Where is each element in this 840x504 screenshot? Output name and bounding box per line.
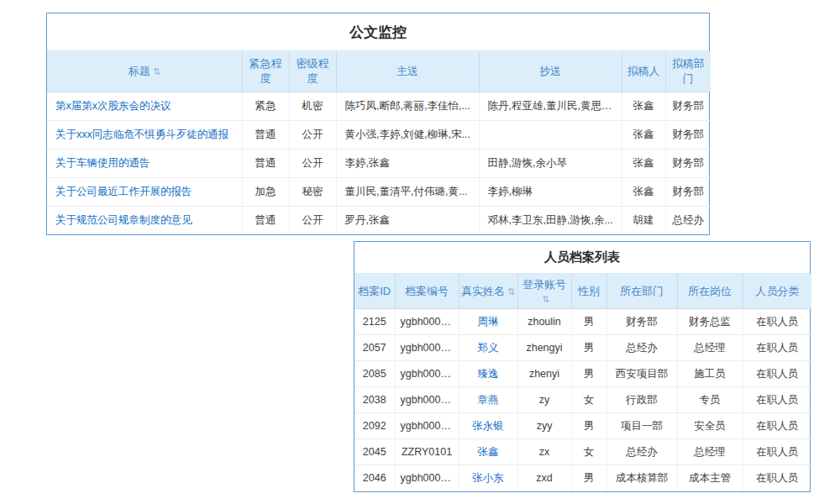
table-cell: 2046 (354, 465, 395, 491)
column-header-label: 登录账号 (522, 278, 566, 291)
table-cell: zyy (517, 413, 571, 439)
table-cell: 公开 (289, 149, 336, 177)
column-header-label: 性别 (578, 285, 600, 297)
table-cell: 专员 (677, 387, 743, 413)
table-cell: 胡建 (622, 206, 665, 234)
table-cell: 紧急 (242, 92, 289, 120)
table-cell: 男 (571, 309, 606, 335)
column-header-2: 密级程度 (289, 51, 336, 92)
table-cell: 在职人员 (743, 387, 811, 413)
table-cell[interactable]: 张永银 (459, 413, 517, 439)
table-row: 2057ygbh000068郑义zhengyi男总经办总经理在职人员 (354, 335, 811, 361)
table-cell[interactable]: 关于公司最近工作开展的报告 (47, 177, 242, 206)
table-cell[interactable]: 关于车辆使用的通告 (47, 149, 242, 177)
table-cell: 加急 (242, 177, 289, 206)
table-cell: 田静,游恢,余小琴 (479, 149, 622, 177)
table-row: 关于公司最近工作开展的报告加急秘密董川民,董清平,付伟璐,黄...李婷,柳琳张鑫… (47, 177, 711, 206)
column-header-0: 档案ID (354, 274, 395, 309)
table-cell: 财务部 (665, 177, 711, 206)
table-cell: 机密 (289, 92, 336, 120)
table-cell: 秘密 (289, 177, 336, 206)
table-cell: 财务部 (665, 92, 711, 120)
table-cell: 2057 (354, 335, 395, 361)
table-row: 2092ygbh000104张永银zyy男项目一部安全员在职人员 (354, 413, 811, 439)
column-header-label: 密级程度 (297, 57, 329, 85)
table-row: 关于xxx同志临危不惧勇斗歹徒的通报普通公开黄小强,李婷,刘健,柳琳,宋...张… (47, 120, 711, 149)
page: 公文监控 标题⇅紧急程度密级程度主送抄送拟稿人拟稿部门 第x届第x次股东会的决议… (0, 0, 840, 504)
table-cell: 2125 (354, 309, 395, 335)
table-cell[interactable]: 关于xxx同志临危不惧勇斗歹徒的通报 (47, 120, 242, 149)
column-header-2[interactable]: 真实姓名⇅ (459, 274, 517, 309)
table-cell: zxd (517, 465, 571, 491)
table-cell: 财务部 (665, 120, 711, 149)
table-cell: 总经理 (677, 439, 743, 465)
table-cell: 女 (571, 439, 606, 465)
table-cell[interactable]: 臻逸 (459, 361, 517, 387)
table-row: 第x届第x次股东会的决议紧急机密陈巧凤,断郎,蒋丽,李佳怡,...陈丹,程亚雄,… (47, 92, 711, 120)
sort-icon[interactable]: ⇅ (507, 286, 515, 297)
table-row: 2038ygbh000038章燕zy女行政部专员在职人员 (354, 387, 811, 413)
table-cell: ygbh000070 (395, 309, 459, 335)
table-cell: 邓林,李卫东,田静,游恢,余... (479, 206, 622, 234)
table-cell: 在职人员 (743, 335, 811, 361)
doc-header-row: 标题⇅紧急程度密级程度主送抄送拟稿人拟稿部门 (47, 51, 711, 92)
column-header-1: 紧急程度 (242, 51, 289, 92)
table-cell: 公开 (289, 206, 336, 234)
column-header-4: 性别 (571, 274, 606, 309)
column-header-4: 抄送 (479, 51, 622, 92)
table-cell[interactable]: 郑义 (459, 335, 517, 361)
table-cell: 普通 (242, 206, 289, 234)
column-header-1: 档案编号 (395, 274, 459, 309)
table-cell: 2085 (354, 361, 395, 387)
personnel-list-table: 档案ID档案编号真实姓名⇅登录账号⇅性别所在部门所在岗位人员分类 2125ygb… (354, 274, 811, 491)
table-cell: 张鑫 (622, 177, 665, 206)
table-cell: ygbh000104 (395, 413, 459, 439)
column-header-label: 真实姓名 (461, 285, 505, 297)
sort-icon[interactable]: ⇅ (542, 294, 549, 305)
table-cell[interactable]: 第x届第x次股东会的决议 (47, 92, 242, 120)
table-cell: 2045 (354, 439, 395, 465)
table-cell: 陈巧凤,断郎,蒋丽,李佳怡,... (336, 92, 479, 120)
column-header-0[interactable]: 标题⇅ (47, 51, 242, 92)
table-cell: 普通 (242, 120, 289, 149)
column-header-label: 拟稿部门 (672, 57, 705, 85)
column-header-3[interactable]: 登录账号⇅ (517, 274, 571, 309)
table-cell: 女 (571, 387, 606, 413)
column-header-5: 所在部门 (606, 274, 677, 309)
table-cell: 总经办 (665, 206, 711, 234)
table-cell[interactable]: 张鑫 (459, 439, 517, 465)
column-header-5: 拟稿人 (622, 51, 665, 92)
table-cell: ygbh000038 (395, 387, 459, 413)
table-cell: 安全员 (677, 413, 743, 439)
sort-icon[interactable]: ⇅ (153, 66, 160, 77)
table-cell: zhengyi (517, 335, 571, 361)
table-cell[interactable]: 张小东 (459, 465, 517, 491)
table-row: 2085ygbh000111臻逸zhenyi男西安项目部施工员在职人员 (354, 361, 811, 387)
table-cell: 总经理 (677, 335, 743, 361)
table-cell: zhoulin (517, 309, 571, 335)
table-cell: zx (517, 439, 571, 465)
table-cell (479, 120, 622, 149)
table-cell: ygbh000111 (395, 361, 459, 387)
table-cell: 成本主管 (677, 465, 743, 491)
document-monitor-title: 公文监控 (47, 13, 709, 51)
table-cell[interactable]: 周琳 (459, 309, 517, 335)
column-header-label: 所在岗位 (688, 285, 732, 297)
table-cell[interactable]: 关于规范公司规章制度的意见 (47, 206, 242, 234)
table-cell: 董川民,董清平,付伟璐,黄... (336, 177, 479, 206)
column-header-label: 标题 (129, 65, 150, 77)
document-monitor-table: 标题⇅紧急程度密级程度主送抄送拟稿人拟稿部门 第x届第x次股东会的决议紧急机密陈… (47, 51, 711, 234)
personnel-list-title: 人员档案列表 (354, 242, 810, 274)
table-cell: 总经办 (606, 335, 677, 361)
table-cell: ZZRY0101 (395, 439, 459, 465)
table-cell: zy (517, 387, 571, 413)
table-cell: 在职人员 (743, 309, 811, 335)
column-header-label: 人员分类 (755, 285, 799, 297)
table-cell: 黄小强,李婷,刘健,柳琳,宋... (336, 120, 479, 149)
table-cell: 公开 (289, 120, 336, 149)
table-cell: 张鑫 (622, 149, 665, 177)
column-header-6: 所在岗位 (677, 274, 743, 309)
table-cell[interactable]: 章燕 (459, 387, 517, 413)
table-cell: zhenyi (517, 361, 571, 387)
table-cell: 张鑫 (622, 120, 665, 149)
